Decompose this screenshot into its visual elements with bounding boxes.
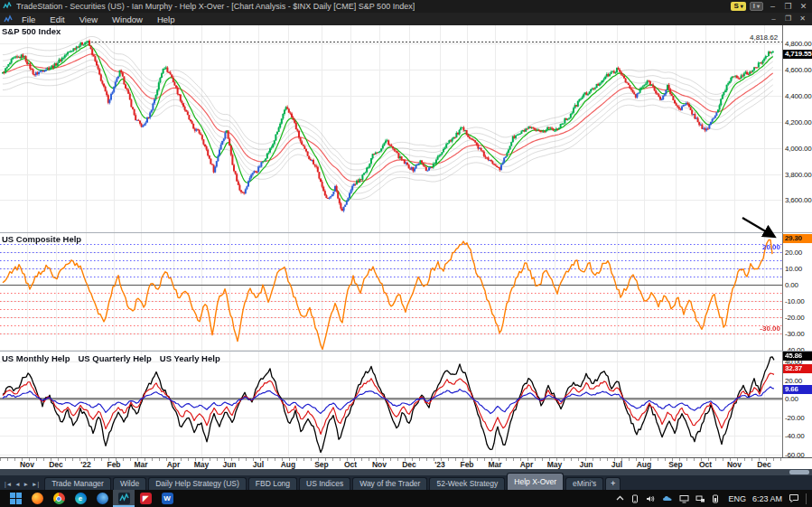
upper-level-label: 20.00 xyxy=(748,243,780,251)
axis-tick-label: -40.00 xyxy=(785,432,804,440)
workspace-tab-trade-manager[interactable]: Trade Manager xyxy=(44,477,111,490)
minimize-button[interactable]: – xyxy=(767,1,779,12)
time-axis-label: Jul xyxy=(611,460,622,469)
add-workspace-button[interactable]: + xyxy=(605,477,621,490)
tab-scroll-button[interactable]: ◄ xyxy=(14,481,20,487)
time-axis-label: Oct xyxy=(344,460,357,469)
tab-scroll-button[interactable]: |◄ xyxy=(5,481,12,487)
tradestation-window: TradeStation - Securities (US) - Ian Mur… xyxy=(0,0,812,507)
time-axis-label: Mar xyxy=(488,460,501,469)
time-axis-label: Jun xyxy=(579,460,593,469)
show-desktop-button[interactable] xyxy=(806,493,807,504)
helper-pane-labels: US Monthly HelpUS Quarterly HelpUS Yearl… xyxy=(2,353,220,363)
axis-tick-label: 4,800.00 xyxy=(785,40,812,48)
onedrive-cloud-icon[interactable] xyxy=(662,494,673,502)
restore-button[interactable]: ❐ xyxy=(782,1,794,12)
axis-tick-label: 4,000.00 xyxy=(785,145,812,153)
time-axis-label: '22 xyxy=(80,460,90,469)
tab-scroll-button[interactable]: ►| xyxy=(32,481,39,487)
chart-canvas[interactable] xyxy=(0,25,782,457)
taskbar-icon-chrome[interactable] xyxy=(48,490,70,507)
time-axis-label: May xyxy=(547,460,563,469)
notifications-icon[interactable] xyxy=(789,493,799,503)
workspace-tab-wilde[interactable]: Wilde xyxy=(113,477,146,490)
composite-pane-label: US Composite Help xyxy=(2,234,81,244)
horizontal-scrollbar[interactable] xyxy=(0,469,812,475)
taskbar-icon-word[interactable]: W xyxy=(156,490,178,507)
axis-tick-label: 4,600.00 xyxy=(785,66,812,74)
menu-item-file[interactable]: File xyxy=(14,14,42,24)
hidden-icons-chevron-icon[interactable] xyxy=(616,495,624,502)
axis-tick-label: -30.00 xyxy=(785,330,804,338)
axis-tick-label: -60.00 xyxy=(785,451,804,457)
workspace-tab-emini-s[interactable]: eMini's xyxy=(565,477,603,490)
menu-bar: FileEditViewWindowHelp – ❐ ✕ xyxy=(0,13,812,25)
chart-region: S&P 500 Index US Composite Help US Month… xyxy=(0,25,812,457)
workspace-tab-us-indices[interactable]: US Indices xyxy=(299,477,350,490)
time-axis-label: Dec xyxy=(49,460,63,469)
pane-separator[interactable] xyxy=(0,232,812,233)
axis-tick-label: -10.00 xyxy=(785,297,804,305)
axis-tick-label: 20.00 xyxy=(785,249,802,257)
monitor-icon[interactable] xyxy=(679,494,689,503)
close-button[interactable]: ✕ xyxy=(798,1,809,12)
taskbar-icon-photos[interactable] xyxy=(91,490,113,507)
clock[interactable]: 6:23 AM xyxy=(752,494,782,503)
taskbar-icon-start[interactable] xyxy=(5,490,26,507)
axis-tick-label: 4,400.00 xyxy=(785,92,812,100)
time-axis-label: Mar xyxy=(134,460,147,469)
time-axis-label: Sep xyxy=(668,460,683,469)
system-tray: ENG 6:23 AM xyxy=(616,490,812,507)
taskbar-icon-tradestation[interactable] xyxy=(113,490,135,507)
workspace-tab-52-week-strategy[interactable]: 52-Week Strategy xyxy=(429,477,505,490)
axis-tick-label: -20.00 xyxy=(785,414,804,422)
time-axis-label: Apr xyxy=(167,460,181,469)
scrollbar-thumb[interactable] xyxy=(789,470,809,474)
axis-tick-label: 20.00 xyxy=(785,377,802,385)
time-axis-label: '23 xyxy=(434,460,444,469)
menu-item-view[interactable]: View xyxy=(72,14,105,24)
tradestation-logo-icon xyxy=(3,2,12,11)
workspace-tab-help-x-over[interactable]: Help X-Over xyxy=(507,473,564,490)
axis-tick-label: 4,200.00 xyxy=(785,118,812,127)
helper-series-label: US Yearly Help xyxy=(160,353,220,363)
price-pane-label: S&P 500 Index xyxy=(2,26,61,36)
taskbar-icon-edge[interactable]: e xyxy=(70,490,91,507)
pane-separator[interactable] xyxy=(0,351,812,352)
axis-tick-label: 0.00 xyxy=(785,395,798,403)
speaker-icon[interactable] xyxy=(646,494,656,503)
time-axis-label: Oct xyxy=(699,460,712,469)
menu-item-window[interactable]: Window xyxy=(105,14,150,24)
status-badge-i[interactable]: I▾ xyxy=(750,2,763,11)
child-close-button[interactable]: ✕ xyxy=(797,14,808,24)
workspace-tab-way-of-the-trader[interactable]: Way of the Trader xyxy=(352,477,427,490)
helper-series-label: US Quarterly Help xyxy=(78,353,151,363)
time-axis-label: May xyxy=(194,460,210,469)
tab-scroll-button[interactable]: ► xyxy=(23,481,29,487)
status-badge-s[interactable]: S▾ xyxy=(731,2,745,11)
taskbar-icon-redapp[interactable]: ◤ xyxy=(135,490,156,507)
taskbar-icon-firefox[interactable] xyxy=(26,490,48,507)
language-indicator[interactable]: ENG xyxy=(728,494,746,503)
windows-taskbar: e◤W ENG 6:23 AM xyxy=(0,490,812,507)
workspace-tab-fbd-long[interactable]: FBD Long xyxy=(248,477,297,490)
high-annotation-label: 4,818.62 xyxy=(749,33,779,42)
taskbar-app-icons: e◤W xyxy=(5,490,178,507)
menu-item-edit[interactable]: Edit xyxy=(42,14,71,24)
lower-level-label: -30.00 xyxy=(741,324,780,333)
child-minimize-button[interactable]: – xyxy=(768,14,779,24)
last-value-marker: 32.37 xyxy=(783,364,812,373)
last-value-marker: 4,719.55 xyxy=(783,50,812,59)
your-phone-icon[interactable] xyxy=(630,494,639,503)
time-axis[interactable]: NovDec'22FebMarAprMayJunJulAugSepOctNovD… xyxy=(0,457,812,469)
workspace-tab-daily-help-strategy-us-[interactable]: Daily Help Strategy (US) xyxy=(148,477,247,490)
menu-items: FileEditViewWindowHelp xyxy=(14,14,182,24)
axis-tick-label: 3,800.00 xyxy=(785,171,812,179)
battery-icon[interactable] xyxy=(712,494,722,503)
menu-item-help[interactable]: Help xyxy=(150,14,182,24)
axis-tick-label: 3,600.00 xyxy=(785,196,812,204)
network-icon[interactable] xyxy=(695,494,705,503)
child-restore-button[interactable]: ❐ xyxy=(782,14,794,24)
time-axis-label: Nov xyxy=(372,460,387,469)
title-bar: TradeStation - Securities (US) - Ian Mur… xyxy=(0,0,812,13)
